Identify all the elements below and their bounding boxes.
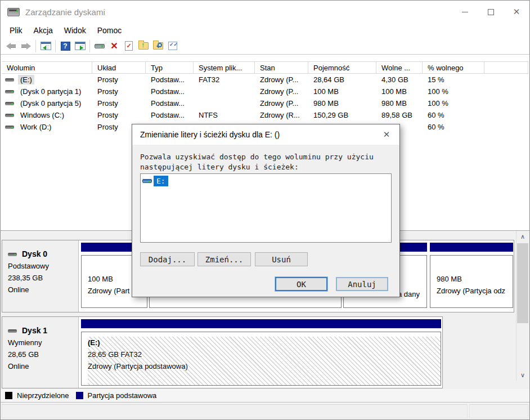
volume-row-dysk0-partycja1[interactable]: (Dysk 0 partycja 1) Prosty Podstaw... Zd… xyxy=(2,86,528,97)
disk1-info-panel[interactable]: Dysk 1 Wymienny 28,65 GB Online xyxy=(2,317,79,388)
chevron-down-icon: ∨ xyxy=(520,372,525,379)
drive-icon xyxy=(5,126,14,129)
rescan-disks-button[interactable] xyxy=(92,39,107,53)
drive-letter-listbox[interactable]: E: xyxy=(140,173,392,243)
cell-capacity: 150,29 GB xyxy=(308,111,376,119)
volume-row-windows-c[interactable]: Windows (C:) Prosty Podstaw... NTFS Zdro… xyxy=(2,109,528,121)
export-button[interactable]: ↑ xyxy=(136,39,151,53)
disk1-type: Wymienny xyxy=(8,337,78,348)
status-pane-right xyxy=(469,404,528,418)
window-title: Zarządzanie dyskami xyxy=(25,7,105,17)
cell-free: 980 MB xyxy=(376,99,423,108)
close-button[interactable]: ✕ xyxy=(504,1,529,23)
change-button[interactable]: Zmień... xyxy=(197,252,251,266)
cell-capacity: 100 MB xyxy=(308,87,376,96)
disk1-status: Online xyxy=(8,360,78,372)
disk1-partition-e[interactable]: (E:) 28,65 GB FAT32 Zdrowy (Partycja pod… xyxy=(81,319,441,328)
volume-row-dysk0-partycja5[interactable]: (Dysk 0 partycja 5) Prosty Podstaw... Zd… xyxy=(2,97,528,109)
dialog-titlebar: Zmienianie litery i ścieżki dysku dla E:… xyxy=(132,124,399,145)
header-pojemnosc[interactable]: Pojemność xyxy=(308,62,376,73)
cell-type: Podstaw... xyxy=(146,87,194,96)
show-console-tree-button[interactable] xyxy=(38,39,53,53)
drive-icon xyxy=(142,179,152,183)
scrollbar-thumb[interactable] xyxy=(517,243,528,323)
legend-primary-swatch xyxy=(76,392,83,399)
dialog-close-button[interactable]: ✕ xyxy=(380,129,393,140)
rescan-disks-icon xyxy=(95,44,105,48)
cell-layout: Prosty xyxy=(92,87,146,96)
scroll-up-button[interactable]: ∧ xyxy=(516,231,529,242)
menu-pomoc[interactable]: Pomoc xyxy=(92,24,128,37)
cell-type: Podstaw... xyxy=(146,111,194,119)
ok-button[interactable]: OK xyxy=(275,277,327,291)
legend-unallocated-label: Nieprzydzielone xyxy=(17,391,69,400)
cancel-button[interactable]: Anuluj xyxy=(336,277,388,291)
folder-search-icon xyxy=(153,42,163,50)
show-action-pane-button[interactable] xyxy=(73,39,87,53)
back-button[interactable] xyxy=(4,39,19,53)
change-drive-letter-dialog: Zmienianie litery i ścieżki dysku dla E:… xyxy=(132,124,400,297)
menu-akcja[interactable]: Akcja xyxy=(28,24,59,37)
header-system-plikow[interactable]: System plik... xyxy=(194,62,255,73)
disk0-status: Online xyxy=(8,284,78,296)
partition-color-bar xyxy=(430,243,513,252)
cell-pct: 100 % xyxy=(423,87,484,96)
add-button[interactable]: Dodaj... xyxy=(140,252,195,266)
properties-button[interactable]: ✓✓ xyxy=(165,39,180,53)
legend-unallocated-swatch xyxy=(5,392,12,399)
volume-name: Work (D:) xyxy=(18,122,53,132)
disk-icon xyxy=(8,329,17,333)
mark-active-button[interactable]: ✓ xyxy=(122,39,136,53)
cell-capacity: 980 MB xyxy=(308,99,376,108)
explore-button[interactable] xyxy=(151,39,165,53)
disk0-type: Podstawowy xyxy=(8,260,78,272)
cell-pct: 60 % xyxy=(423,123,484,131)
cell-status: Zdrowy (P... xyxy=(255,87,308,96)
help-button[interactable]: ? xyxy=(58,39,73,53)
maximize-button[interactable] xyxy=(478,1,504,23)
cell-status: Zdrowy (R... xyxy=(255,111,308,119)
cell-free: 89,58 GB xyxy=(376,111,423,119)
vertical-scrollbar[interactable]: ∧ ∨ xyxy=(516,231,528,381)
magnifier-icon xyxy=(158,43,162,47)
scroll-down-button[interactable]: ∨ xyxy=(516,369,529,381)
cell-free: 100 MB xyxy=(376,87,423,96)
dialog-title: Zmienianie litery i ścieżki dysku dla E:… xyxy=(140,130,280,139)
menubar: Plik Akcja Widok Pomoc xyxy=(1,23,529,38)
delete-volume-button[interactable]: ✕ xyxy=(107,39,122,53)
minimize-button[interactable] xyxy=(452,1,478,23)
disk0-size: 238,35 GB xyxy=(8,272,78,284)
disk0-partition-4[interactable]: 980 MB Zdrowy (Partycja odz xyxy=(430,243,513,252)
disk1-band: Dysk 1 Wymienny 28,65 GB Online (E:) 28,… xyxy=(2,316,443,388)
cell-fs: NTFS xyxy=(194,111,255,119)
menu-widok[interactable]: Widok xyxy=(59,24,92,37)
partition-color-bar xyxy=(81,319,441,328)
partition-status: Zdrowy (Partycja podstawowa) xyxy=(88,362,188,370)
menu-plik[interactable]: Plik xyxy=(4,24,28,37)
drive-icon xyxy=(5,78,14,82)
dialog-text-line1: Pozwala uzyskiwać dostęp do tego wolumin… xyxy=(140,153,374,161)
partition-status: Zdrowy (Part xyxy=(88,287,129,295)
cell-layout: Prosty xyxy=(92,111,146,119)
forward-button[interactable] xyxy=(19,39,33,53)
listbox-item-e[interactable]: E: xyxy=(142,176,389,186)
app-disk-icon xyxy=(7,8,20,16)
status-pane-left xyxy=(2,404,468,418)
disk0-info-panel[interactable]: Dysk 0 Podstawowy 238,35 GB Online xyxy=(2,240,79,312)
drive-icon xyxy=(5,114,14,117)
partition-size: 28,65 GB FAT32 xyxy=(88,350,142,359)
header-stan[interactable]: Stan xyxy=(255,62,308,73)
remove-button[interactable]: Usuń xyxy=(255,252,308,266)
toolbar-separator xyxy=(89,40,90,52)
header-wolumin[interactable]: Wolumin xyxy=(2,62,92,73)
cell-pct: 100 % xyxy=(423,99,484,108)
volume-row-e[interactable]: (E:) Prosty Podstaw... FAT32 Zdrowy (P..… xyxy=(2,74,528,86)
header-procent-wolnego[interactable]: % wolnego xyxy=(423,62,484,73)
disk-management-window: Zarządzanie dyskami ✕ Plik Akcja Widok P… xyxy=(0,0,530,420)
folder-up-icon: ↑ xyxy=(138,42,149,50)
header-wolne[interactable]: Wolne ... xyxy=(376,62,423,73)
console-tree-icon xyxy=(41,42,51,50)
header-uklad[interactable]: Układ xyxy=(92,62,146,73)
header-typ[interactable]: Typ xyxy=(146,62,194,73)
status-bar xyxy=(1,403,529,420)
